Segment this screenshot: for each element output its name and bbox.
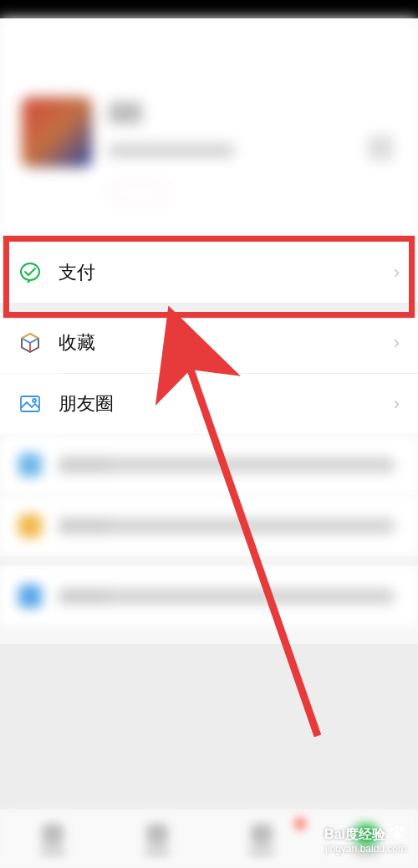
menu-label-blurred <box>59 518 394 534</box>
svg-point-2 <box>33 399 36 402</box>
favorites-icon <box>18 331 42 355</box>
menu-item-pay[interactable]: 支付 › <box>0 243 418 303</box>
pay-icon <box>18 261 42 284</box>
svg-point-0 <box>21 263 39 280</box>
chevron-right-icon: › <box>394 454 400 476</box>
menu-label-blurred <box>59 588 394 605</box>
notification-dot <box>295 819 305 829</box>
chevron-right-icon: › <box>394 393 400 415</box>
status-bar <box>0 0 418 18</box>
tab-chats[interactable] <box>0 810 104 868</box>
tab-contacts[interactable] <box>104 810 209 868</box>
menu-item-blurred[interactable]: › <box>0 566 418 626</box>
empty-area <box>0 644 418 809</box>
menu-item-moments[interactable]: 朋友圈 › <box>0 374 418 434</box>
chevron-right-icon: › <box>394 332 400 354</box>
menu-label: 收藏 <box>59 330 394 355</box>
blurred-icon <box>18 585 42 608</box>
chevron-right-icon: › <box>394 585 400 607</box>
menu-label-blurred <box>59 457 394 473</box>
watermark-text: Bai度经验 <box>324 827 385 841</box>
wechat-id <box>109 144 234 157</box>
section-gap <box>0 556 418 566</box>
paw-icon <box>388 824 406 842</box>
moments-icon <box>18 392 42 416</box>
menu-item-favorites[interactable]: 收藏 › <box>0 313 418 373</box>
section-gap <box>0 303 418 313</box>
watermark-url: jingyan.baidu.com <box>324 843 406 856</box>
menu-label: 支付 <box>59 260 394 285</box>
blurred-icon <box>18 453 42 477</box>
avatar[interactable] <box>22 97 92 167</box>
menu-item-blurred[interactable]: › <box>0 496 418 556</box>
chevron-right-icon: › <box>394 515 400 537</box>
watermark: Bai度经验 jingyan.baidu.com <box>324 824 406 856</box>
menu-item-blurred[interactable]: › <box>0 435 418 495</box>
profile-section[interactable] <box>0 18 418 236</box>
blurred-icon <box>18 514 42 538</box>
qr-icon[interactable] <box>368 135 393 161</box>
chevron-right-icon: › <box>394 262 400 283</box>
svg-rect-1 <box>21 396 39 411</box>
menu-label: 朋友圈 <box>59 391 394 416</box>
status-pill[interactable] <box>109 182 167 204</box>
nickname <box>109 102 142 124</box>
